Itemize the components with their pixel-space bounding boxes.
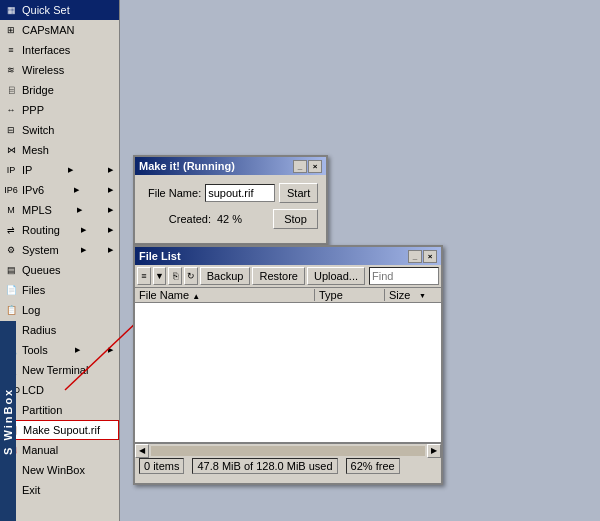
sidebar-item-interfaces[interactable]: ≡Interfaces [0,40,119,60]
interfaces-icon: ≡ [4,43,18,57]
sidebar-item-lcd[interactable]: LCDLCD [0,380,119,400]
sidebar-item-exit[interactable]: ×Exit [0,480,119,500]
caps-icon: ⊞ [4,23,18,37]
submenu-arrow-icon: ▶ [81,226,86,234]
ipv6-icon: IP6 [4,183,18,197]
grid-icon: ▦ [4,3,18,17]
bridge-icon: ⌸ [4,83,18,97]
storage-used: 47.8 MiB of 128.0 MiB used [192,458,337,474]
sidebar-label-22: Manual [22,444,58,456]
scroll-track[interactable] [151,446,425,456]
sidebar-item-tools[interactable]: 🔧Tools▶ [0,340,119,360]
filelist-titlebar[interactable]: File List _ × [135,247,441,265]
wireless-icon: ≋ [4,63,18,77]
filelist-title: File List [139,250,181,262]
makeit-titlebar[interactable]: Make it! (Running) _ × [135,157,326,175]
sidebar-item-new-winbox[interactable]: WNew WinBox [0,460,119,480]
files-icon: 📄 [4,283,18,297]
start-button[interactable]: Start [279,183,318,203]
scroll-right-btn[interactable]: ▶ [427,444,441,458]
sidebar-item-ipv6[interactable]: IP6IPv6▶ [0,180,119,200]
switch-icon: ⊟ [4,123,18,137]
filelist-close-btn[interactable]: × [423,250,437,263]
sidebar-label-20: Partition [22,404,62,416]
sidebar-label-14: Files [22,284,45,296]
winbox-label: S WinBox [0,321,16,521]
sidebar-label-19: LCD [22,384,44,396]
horizontal-scrollbar[interactable]: ◀ ▶ [135,443,441,457]
col-size: Size ▼ [385,289,430,301]
restore-button[interactable]: Restore [252,267,305,285]
col-filename[interactable]: File Name ▲ [135,289,315,301]
items-count: 0 items [139,458,184,474]
submenu-arrow-icon: ▶ [68,166,73,174]
filelist-dialog: File List _ × ≡ ▼ ⎘ ↻ Backup Restore Upl… [133,245,443,485]
filelist-statusbar: 0 items 47.8 MiB of 128.0 MiB used 62% f… [135,457,441,475]
sidebar-label-12: System [22,244,59,256]
sidebar-item-ppp[interactable]: ↔PPP [0,100,119,120]
makeit-content: File Name: Start Created: 42 % Stop [135,175,326,243]
toolbar-list-btn[interactable]: ≡ [137,267,151,285]
mesh-icon: ⋈ [4,143,18,157]
sidebar-item-mpls[interactable]: MMPLS▶ [0,200,119,220]
sidebar-item-quick-set[interactable]: ▦Quick Set [0,0,119,20]
sidebar-label-17: Tools [22,344,48,356]
upload-button[interactable]: Upload... [307,267,365,285]
sidebar-label-9: IPv6 [22,184,44,196]
sidebar-label-11: Routing [22,224,60,236]
sidebar-label-8: IP [22,164,32,176]
ppp-icon: ↔ [4,103,18,117]
makeit-filename-row: File Name: Start [143,183,318,203]
created-value: 42 % [215,213,242,225]
sidebar: ▦Quick Set⊞CAPsMAN≡Interfaces≋Wireless⌸B… [0,0,120,521]
sidebar-item-files[interactable]: 📄Files [0,280,119,300]
sidebar-label-7: Mesh [22,144,49,156]
backup-button[interactable]: Backup [200,267,251,285]
sidebar-item-capsman[interactable]: ⊞CAPsMAN [0,20,119,40]
filename-label: File Name: [143,187,201,199]
sidebar-label-10: MPLS [22,204,52,216]
sidebar-item-make-supout.rif[interactable]: 📋Make Supout.rif [0,420,119,440]
sidebar-item-log[interactable]: 📋Log [0,300,119,320]
filelist-toolbar: ≡ ▼ ⎘ ↻ Backup Restore Upload... [135,265,441,288]
sidebar-item-mesh[interactable]: ⋈Mesh [0,140,119,160]
sidebar-item-new-terminal[interactable]: >_New Terminal [0,360,119,380]
sidebar-item-bridge[interactable]: ⌸Bridge [0,80,119,100]
sidebar-label-13: Queues [22,264,61,276]
sidebar-item-queues[interactable]: ▤Queues [0,260,119,280]
submenu-arrow-icon: ▶ [77,206,82,214]
find-input[interactable] [369,267,439,285]
size-sort-icon: ▼ [419,292,426,299]
sidebar-label-4: Bridge [22,84,54,96]
sidebar-label-2: Interfaces [22,44,70,56]
sidebar-item-manual[interactable]: 📖Manual [0,440,119,460]
sidebar-item-system[interactable]: ⚙System▶ [0,240,119,260]
sidebar-label-23: New WinBox [22,464,85,476]
filelist-titlebar-buttons: _ × [408,250,437,263]
sidebar-label-0: Quick Set [22,4,70,16]
makeit-close-btn[interactable]: × [308,160,322,173]
col-type: Type [315,289,385,301]
sidebar-item-routing[interactable]: ⇌Routing▶ [0,220,119,240]
sidebar-item-partition[interactable]: ▪Partition [0,400,119,420]
sidebar-label-18: New Terminal [22,364,88,376]
sidebar-label-6: Switch [22,124,54,136]
submenu-arrow-icon: ▶ [74,186,79,194]
filename-input[interactable] [205,184,275,202]
sidebar-item-radius[interactable]: ⓇRadius [0,320,119,340]
toolbar-refresh-btn[interactable]: ↻ [184,267,198,285]
sidebar-label-5: PPP [22,104,44,116]
created-label: Created: [143,213,211,225]
sidebar-label-24: Exit [22,484,40,496]
toolbar-copy-btn[interactable]: ⎘ [168,267,182,285]
sidebar-item-ip[interactable]: IPIP▶ [0,160,119,180]
stop-button[interactable]: Stop [273,209,318,229]
sidebar-label-15: Log [22,304,40,316]
filelist-minimize-btn[interactable]: _ [408,250,422,263]
makeit-minimize-btn[interactable]: _ [293,160,307,173]
sidebar-item-switch[interactable]: ⊟Switch [0,120,119,140]
filelist-body[interactable] [135,303,441,443]
scroll-left-btn[interactable]: ◀ [135,444,149,458]
toolbar-filter-btn[interactable]: ▼ [153,267,167,285]
sidebar-item-wireless[interactable]: ≋Wireless [0,60,119,80]
